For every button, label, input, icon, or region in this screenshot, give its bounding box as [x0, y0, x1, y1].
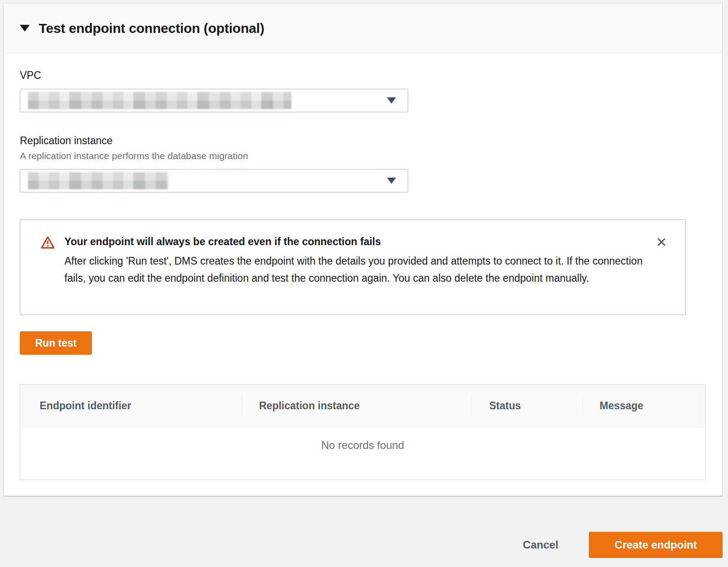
- vpc-label: VPC: [20, 69, 706, 82]
- table-header-row: Endpoint identifier Replication instance…: [20, 385, 705, 427]
- replication-instance-select[interactable]: [20, 169, 408, 192]
- alert-text: Your endpoint will always be created eve…: [55, 235, 656, 287]
- chevron-down-icon: [387, 178, 396, 184]
- alert-title: Your endpoint will always be created eve…: [64, 235, 647, 248]
- alert-body: After clicking 'Run test', DMS creates t…: [64, 252, 647, 287]
- replication-instance-field: Replication instance A replication insta…: [20, 135, 706, 192]
- replication-instance-selected-value-redacted: [28, 172, 168, 189]
- endpoint-warning-alert: Your endpoint will always be created eve…: [20, 219, 686, 315]
- close-icon[interactable]: ✕: [656, 236, 667, 249]
- create-endpoint-button[interactable]: Create endpoint: [589, 532, 723, 558]
- column-header-message: Message: [582, 385, 705, 427]
- section-header-test-endpoint-connection[interactable]: Test endpoint connection (optional): [4, 4, 722, 53]
- cancel-button[interactable]: Cancel: [523, 539, 559, 551]
- section-body: VPC Replication instance A replication i…: [4, 53, 722, 480]
- column-header-status: Status: [471, 385, 582, 427]
- table-empty-state: No records found: [20, 427, 705, 480]
- vpc-selected-value-redacted: [28, 92, 291, 109]
- collapse-triangle-icon: [20, 25, 30, 32]
- form-footer-actions: Cancel Create endpoint: [0, 532, 723, 558]
- vpc-select[interactable]: [20, 89, 408, 112]
- column-header-endpoint-identifier: Endpoint identifier: [20, 385, 242, 427]
- test-endpoint-connection-panel: Test endpoint connection (optional) VPC …: [4, 4, 722, 496]
- column-header-replication-instance: Replication instance: [242, 385, 471, 427]
- replication-instance-label: Replication instance: [20, 135, 706, 147]
- connection-test-results-table: Endpoint identifier Replication instance…: [20, 384, 705, 480]
- vpc-field: VPC: [20, 69, 706, 112]
- warning-triangle-icon: [41, 236, 55, 251]
- run-test-button[interactable]: Run test: [20, 331, 92, 355]
- chevron-down-icon: [387, 97, 396, 104]
- section-title: Test endpoint connection (optional): [39, 21, 264, 36]
- replication-instance-description: A replication instance performs the data…: [20, 150, 706, 162]
